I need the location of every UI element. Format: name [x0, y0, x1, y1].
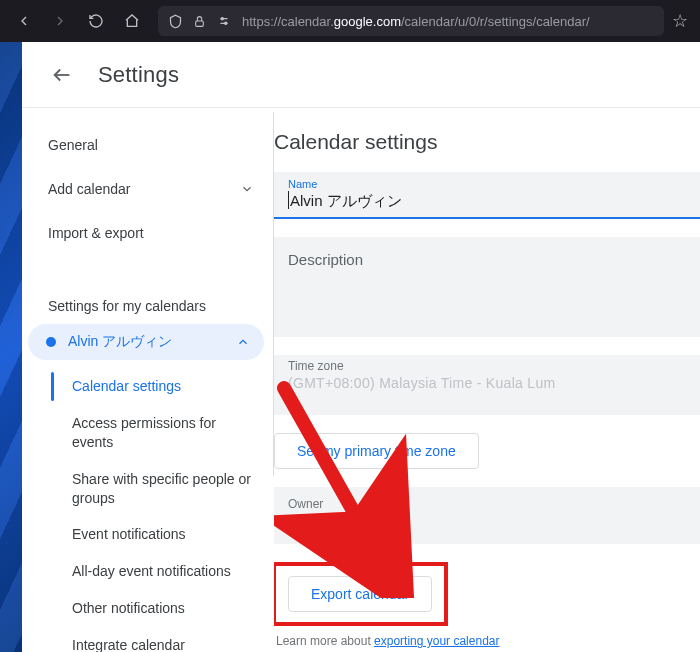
chevron-down-icon [240, 182, 254, 196]
sidebar-item-general[interactable]: General [22, 128, 274, 162]
panel-title: Calendar settings [274, 130, 700, 154]
description-field[interactable]: Description [274, 237, 700, 337]
subnav-access-permissions[interactable]: Access permissions for events [22, 405, 274, 461]
url-text: https://calendar.google.com/calendar/u/0… [242, 14, 590, 29]
export-calendar-button[interactable]: Export calendar [288, 576, 432, 612]
field-label: Description [288, 251, 686, 268]
sidebar-item-add-calendar[interactable]: Add calendar [22, 172, 274, 206]
annotation-highlight-box: Export calendar [274, 562, 448, 626]
permissions-icon [216, 14, 232, 28]
sidebar-item-label: Import & export [48, 225, 144, 241]
subnav-event-notifications[interactable]: Event notifications [22, 516, 274, 553]
subnav-calendar-settings[interactable]: Calendar settings [22, 368, 274, 405]
sidebar-item-import-export[interactable]: Import & export [22, 216, 274, 250]
settings-sidebar: General Add calendar Import & export Set… [22, 108, 274, 652]
address-bar[interactable]: https://calendar.google.com/calendar/u/0… [158, 6, 664, 36]
shield-icon [168, 14, 183, 29]
app-window: Settings General Add calendar Import & e… [22, 42, 700, 652]
exporting-calendar-link[interactable]: exporting your calendar [374, 634, 499, 648]
subnav-integrate-calendar[interactable]: Integrate calendar [22, 627, 274, 652]
svg-point-2 [225, 22, 227, 24]
desktop-background-edge [0, 42, 22, 652]
bookmark-star-icon[interactable]: ☆ [668, 10, 692, 32]
timezone-value-blurred: (GMT+08:00) Malaysia Time - Kuala Lum [288, 373, 686, 391]
sidebar-subnav: Calendar settings Access permissions for… [22, 368, 274, 652]
learn-more-text: Learn more about exporting your calendar [274, 626, 700, 648]
svg-point-1 [221, 18, 223, 20]
focus-underline [274, 217, 700, 219]
subnav-all-day-notifications[interactable]: All-day event notifications [22, 553, 274, 590]
nav-back-button[interactable] [8, 5, 40, 37]
owner-field: Owner Alvin アルヴィン [274, 487, 700, 544]
sidebar-item-label: General [48, 137, 98, 153]
sidebar-calendar-name: Alvin アルヴィン [68, 333, 224, 351]
field-label: Time zone [288, 359, 686, 373]
lock-icon [193, 15, 206, 28]
subnav-share-with[interactable]: Share with specific people or groups [22, 461, 274, 517]
set-primary-timezone-button[interactable]: Set my primary time zone [274, 433, 479, 469]
field-label: Owner [288, 497, 686, 511]
subnav-other-notifications[interactable]: Other notifications [22, 590, 274, 627]
main-panel: Calendar settings Name Alvin アルヴィン Descr… [274, 108, 700, 652]
field-label: Name [288, 178, 686, 190]
reload-button[interactable] [80, 5, 112, 37]
timezone-field[interactable]: Time zone (GMT+08:00) Malaysia Time - Ku… [274, 355, 700, 415]
sidebar-section-label: Settings for my calendars [22, 284, 274, 324]
owner-value: Alvin アルヴィン [288, 511, 686, 532]
chevron-up-icon [236, 335, 250, 349]
calendar-color-dot [46, 337, 56, 347]
home-button[interactable] [116, 5, 148, 37]
settings-back-button[interactable] [50, 63, 74, 87]
sidebar-calendar-selected[interactable]: Alvin アルヴィン [28, 324, 264, 360]
sidebar-item-label: Add calendar [48, 181, 131, 197]
settings-header: Settings [22, 42, 700, 108]
browser-toolbar: https://calendar.google.com/calendar/u/0… [0, 0, 700, 42]
nav-forward-button[interactable] [44, 5, 76, 37]
svg-rect-0 [196, 20, 204, 25]
page-title: Settings [98, 62, 179, 88]
name-input-value[interactable]: Alvin アルヴィン [288, 190, 686, 211]
name-field[interactable]: Name Alvin アルヴィン [274, 172, 700, 219]
